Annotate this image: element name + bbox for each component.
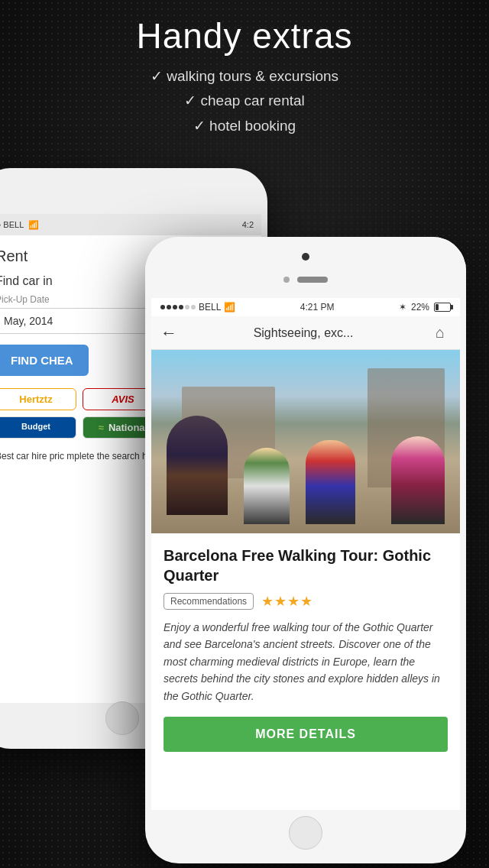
- find-cheap-button[interactable]: FIND CHEA: [0, 345, 89, 376]
- back-status-wifi: 📶: [28, 220, 39, 230]
- dot-4: [179, 305, 183, 309]
- front-screen: BELL 📶 4:21 PM ✶ 22% ← Sightseeing, exc.…: [151, 298, 460, 810]
- back-status-carrier: ○○ BELL: [0, 220, 24, 229]
- dot-2: [167, 305, 171, 309]
- dot-6: [191, 305, 196, 309]
- tour-image-bg: [151, 350, 460, 533]
- back-statusbar: ○○ BELL 📶 4:2: [0, 214, 261, 235]
- tour-stars: ★★★★: [261, 593, 313, 610]
- front-navbar: ← Sightseeing, exc... ⌂: [151, 316, 460, 350]
- phone-dot-left: [283, 277, 290, 283]
- front-carrier: BELL: [199, 302, 221, 313]
- crowd-figure-3: [391, 436, 445, 524]
- tour-description: Enjoy a wonderful free walking tour of t…: [164, 619, 448, 704]
- back-status-time: 4:2: [242, 220, 254, 229]
- nav-title: Sightseeing, exc...: [254, 326, 354, 340]
- dot-5: [185, 305, 189, 309]
- hertz-logo: Hertztz: [0, 388, 76, 410]
- front-statusbar: BELL 📶 4:21 PM ✶ 22%: [151, 298, 460, 316]
- more-details-button[interactable]: MORE DETAILS: [164, 717, 448, 752]
- back-button[interactable]: ←: [160, 323, 177, 343]
- battery-fill: [436, 304, 439, 310]
- phone-front: BELL 📶 4:21 PM ✶ 22% ← Sightseeing, exc.…: [145, 237, 466, 863]
- status-left: BELL 📶: [160, 302, 235, 313]
- phone-camera: [302, 253, 309, 261]
- budget-logo: Budget: [0, 416, 76, 439]
- phone-speaker: [297, 277, 328, 283]
- checklist-item-1: ✓ walking tours & excursions: [0, 64, 489, 89]
- home-icon[interactable]: ⌂: [429, 322, 451, 344]
- header-section: Handy extras ✓ walking tours & excursion…: [0, 15, 489, 138]
- header-checklist: ✓ walking tours & excursions ✓ cheap car…: [0, 64, 489, 138]
- battery-icon: [434, 303, 451, 312]
- tour-content: Barcelona Free Walking Tour: Gothic Quar…: [151, 533, 460, 764]
- front-phone-home-button[interactable]: [289, 816, 322, 850]
- bluetooth-icon: ✶: [399, 302, 406, 313]
- phone-button-row: [283, 277, 328, 283]
- dot-1: [160, 305, 165, 309]
- crowd-figure-1: [244, 448, 290, 524]
- tour-image: [151, 350, 460, 533]
- status-right: ✶ 22%: [399, 302, 451, 313]
- checklist-item-2: ✓ cheap car rental: [0, 89, 489, 113]
- tag-stars-row: Recommendations ★★★★: [164, 593, 448, 610]
- tour-guide-figure: [167, 416, 228, 515]
- brand-logos-grid: Hertztz AVIS Budget ≈ National: [0, 388, 164, 439]
- dot-3: [173, 305, 177, 309]
- battery-percent: 22%: [411, 302, 429, 313]
- header-title: Handy extras: [0, 15, 489, 57]
- recommendations-tag: Recommendations: [164, 593, 254, 610]
- signal-dots: [160, 305, 196, 309]
- front-wifi-icon: 📶: [224, 302, 235, 313]
- back-phone-home-button[interactable]: [105, 701, 139, 735]
- crowd-figure-2: [306, 440, 355, 524]
- tour-title: Barcelona Free Walking Tour: Gothic Quar…: [164, 546, 448, 585]
- checklist-item-3: ✓ hotel booking: [0, 114, 489, 138]
- front-time: 4:21 PM: [300, 302, 335, 313]
- phone-top-bar: [145, 237, 466, 298]
